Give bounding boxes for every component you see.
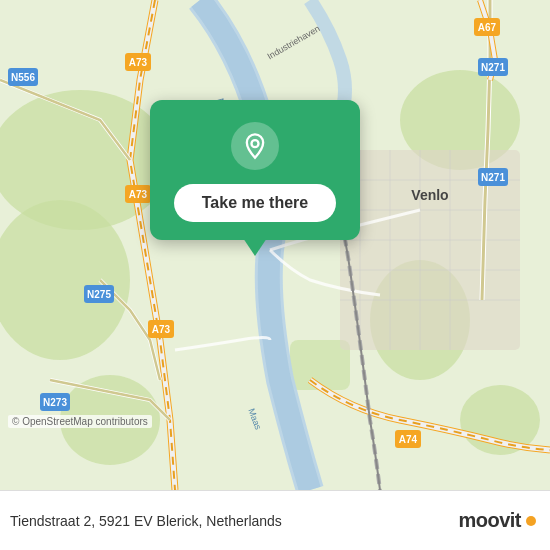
svg-text:A74: A74 [399, 434, 418, 445]
location-pin-icon [231, 122, 279, 170]
popup-card: Take me there [150, 100, 360, 240]
svg-text:Venlo: Venlo [411, 187, 448, 203]
map-attribution: © OpenStreetMap contributors [8, 415, 152, 428]
svg-text:A73: A73 [129, 57, 148, 68]
svg-text:A73: A73 [152, 324, 171, 335]
svg-text:N273: N273 [43, 397, 67, 408]
map-container: A73 A73 A73 A74 N271 N271 N275 N273 N556… [0, 0, 550, 490]
address-label: Tiendstraat 2, 5921 EV Blerick, Netherla… [10, 513, 282, 529]
svg-text:N271: N271 [481, 62, 505, 73]
moovit-dot [526, 516, 536, 526]
moovit-logo: moovit [458, 509, 536, 532]
svg-text:A73: A73 [129, 189, 148, 200]
bottom-bar: Tiendstraat 2, 5921 EV Blerick, Netherla… [0, 490, 550, 550]
svg-text:N275: N275 [87, 289, 111, 300]
moovit-brand-text: moovit [458, 509, 521, 532]
take-me-there-button[interactable]: Take me there [174, 184, 336, 222]
svg-text:N271: N271 [481, 172, 505, 183]
svg-point-42 [252, 140, 259, 147]
svg-text:N556: N556 [11, 72, 35, 83]
svg-text:A67: A67 [478, 22, 497, 33]
